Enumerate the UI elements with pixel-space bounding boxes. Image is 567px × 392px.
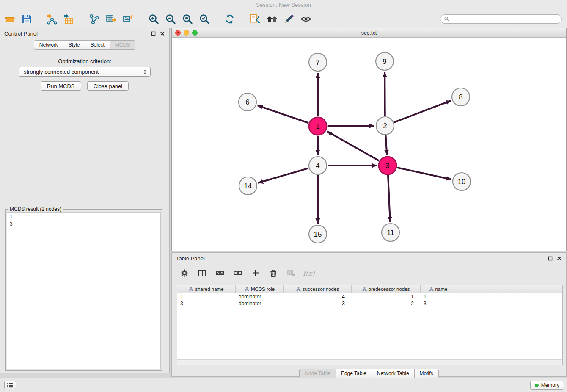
network-window-titlebar[interactable]: ×−+scc.txt — [172, 28, 566, 38]
control-tab-mcds[interactable]: MCDS — [110, 40, 135, 50]
zoom-in-button[interactable] — [147, 13, 160, 25]
control-tab-style[interactable]: Style — [63, 40, 85, 50]
import-table-button[interactable] — [63, 13, 75, 25]
export-image-button[interactable] — [122, 13, 135, 25]
node-label: 3 — [385, 162, 389, 170]
gear-button[interactable] — [179, 267, 190, 279]
panels-menu-button[interactable] — [4, 381, 16, 389]
table-tab-network-table[interactable]: Network Table — [372, 369, 415, 378]
node-label: 15 — [314, 230, 322, 238]
table-cell: 3 — [284, 300, 352, 307]
memory-button[interactable]: Memory — [530, 381, 564, 390]
table-cell: 3 — [177, 300, 236, 307]
table-row[interactable]: 1dominator411 — [177, 293, 562, 300]
node-14[interactable]: 14 — [239, 177, 257, 195]
search-input[interactable] — [452, 16, 558, 22]
close-panel-button[interactable]: Close panel — [87, 81, 129, 91]
edge-3-11[interactable] — [388, 175, 390, 222]
node-8[interactable]: 8 — [452, 88, 470, 106]
zoom-out-button[interactable] — [164, 13, 177, 25]
optimization-criterion-label: Optimization criterion: — [0, 58, 169, 64]
node-label: 9 — [383, 58, 386, 66]
column-header-successor-nodes[interactable]: successor nodes — [284, 285, 352, 293]
edge-1-6[interactable] — [258, 105, 309, 123]
add-column-button[interactable] — [250, 267, 261, 279]
control-panel-header: Control Panel — [0, 28, 169, 39]
table-cell: dominator — [236, 293, 284, 300]
window-close-button[interactable]: × — [175, 30, 181, 36]
node-15[interactable]: 15 — [309, 225, 327, 243]
node-1[interactable]: 1 — [309, 117, 327, 135]
window-minimize-button[interactable]: − — [184, 30, 189, 36]
deselect-all-button[interactable] — [232, 267, 244, 279]
export-image-icon — [123, 14, 134, 25]
deselect-all-icon — [234, 269, 242, 277]
criterion-dropdown[interactable]: strongly connected component — [19, 67, 151, 77]
search-box[interactable] — [440, 14, 562, 24]
table-header-row: shared nameMCDS rolesuccessor nodesprede… — [177, 285, 562, 293]
table-panel: Table Panel f(x) shared nameMCDS rolesuc… — [171, 252, 567, 377]
horizontal-scrollbar[interactable] — [177, 359, 562, 365]
node-2[interactable]: 2 — [376, 117, 394, 135]
table-tab-motifs[interactable]: Motifs — [414, 369, 439, 378]
table-cell: dominator — [236, 300, 284, 307]
refresh-icon — [224, 14, 235, 25]
edge-3-1[interactable] — [327, 131, 379, 160]
column-header-MCDS-role[interactable]: MCDS role — [236, 285, 284, 293]
node-7[interactable]: 7 — [309, 53, 327, 71]
import-network-button[interactable] — [46, 13, 58, 25]
table-body: 1dominator4113dominator323 — [177, 293, 562, 307]
select-all-button[interactable] — [214, 267, 226, 279]
table-panel-float-button[interactable] — [548, 256, 553, 261]
style-button[interactable] — [283, 13, 295, 25]
column-header-label: MCDS role — [251, 287, 275, 292]
control-panel-float-button[interactable] — [151, 31, 156, 36]
edge-1-2[interactable] — [328, 126, 374, 126]
control-panel: Control Panel NetworkStyleSelectMCDS Opt… — [0, 28, 170, 373]
control-tab-network[interactable]: Network — [34, 40, 63, 50]
zoom-selected-button[interactable] — [198, 13, 211, 25]
save-button[interactable] — [20, 13, 33, 25]
window-zoom-button[interactable]: + — [192, 30, 198, 36]
home-button[interactable] — [266, 13, 278, 25]
table-row[interactable]: 3dominator323 — [177, 300, 562, 307]
first-neighbors-button[interactable] — [249, 13, 261, 25]
node-label: 8 — [459, 93, 462, 101]
delete-column-button[interactable] — [267, 267, 279, 279]
node-11[interactable]: 11 — [382, 224, 399, 241]
edge-3-10[interactable] — [397, 168, 451, 179]
zoom-fit-button[interactable] — [181, 13, 194, 25]
edge-4-14[interactable] — [258, 168, 308, 183]
node-label: 14 — [244, 182, 252, 190]
mcds-result-list[interactable]: 1 3 — [7, 212, 161, 369]
column-header-shared-name[interactable]: shared name — [177, 285, 236, 293]
edge-2-8[interactable] — [394, 101, 451, 122]
node-9[interactable]: 9 — [376, 52, 394, 70]
gear-icon — [180, 269, 189, 277]
table-tab-node-table[interactable]: Node Table — [299, 369, 336, 378]
columns-button[interactable] — [196, 267, 208, 279]
node-label: 6 — [245, 98, 249, 106]
control-tab-select[interactable]: Select — [85, 40, 110, 50]
table-tab-edge-table[interactable]: Edge Table — [336, 369, 372, 378]
node-4[interactable]: 4 — [309, 157, 327, 174]
select-all-icon — [216, 269, 224, 277]
network-button[interactable] — [88, 13, 101, 25]
refresh-button[interactable] — [223, 13, 236, 25]
control-panel-close-button[interactable] — [160, 31, 165, 36]
node-6[interactable]: 6 — [239, 93, 256, 111]
main-toolbar — [0, 10, 567, 28]
edge-2-3[interactable] — [386, 135, 387, 155]
column-header-predecessor-nodes[interactable]: predecessor nodes — [352, 285, 421, 293]
run-mcds-button[interactable]: Run MCDS — [41, 81, 81, 91]
edge-2-9[interactable] — [385, 72, 385, 116]
network-graph[interactable]: 7968124314101511 — [172, 38, 566, 251]
node-3[interactable]: 3 — [379, 157, 396, 174]
eye-button[interactable] — [300, 13, 312, 25]
open-button[interactable] — [3, 13, 16, 25]
export-table-button[interactable] — [105, 13, 118, 25]
node-10[interactable]: 10 — [453, 173, 471, 190]
table-panel-close-button[interactable] — [556, 256, 562, 261]
style-icon — [284, 14, 295, 25]
column-header-name[interactable]: name — [421, 285, 456, 293]
